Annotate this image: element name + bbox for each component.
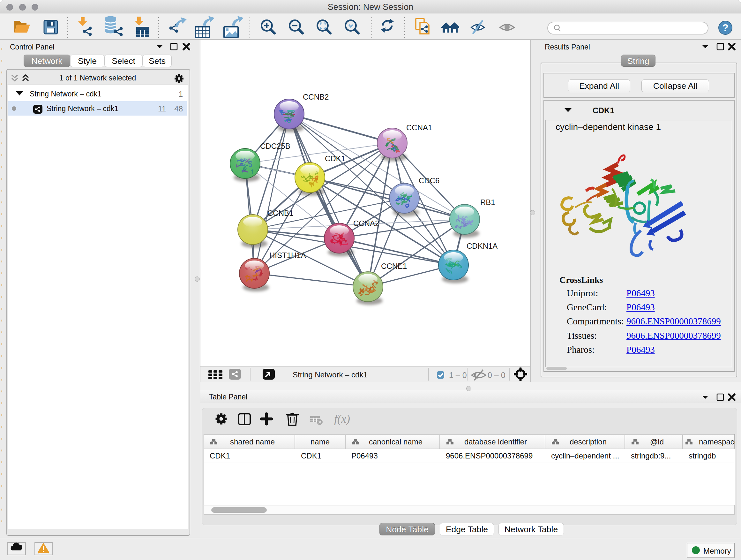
- svg-text:RB1: RB1: [480, 198, 495, 206]
- svg-text:?: ?: [722, 22, 729, 34]
- svg-text:CDC6: CDC6: [419, 176, 440, 185]
- svg-text:canonical name: canonical name: [369, 437, 422, 446]
- svg-text:database identifier: database identifier: [464, 437, 527, 446]
- svg-text:@id: @id: [650, 437, 664, 446]
- svg-text:CCNA1: CCNA1: [406, 123, 432, 132]
- svg-text:CDK1: CDK1: [325, 154, 345, 163]
- svg-text:CCNE1: CCNE1: [381, 262, 407, 270]
- svg-text:HIST1H1A: HIST1H1A: [269, 251, 306, 260]
- svg-text:namespace: namespace: [699, 437, 735, 446]
- svg-text:shared name: shared name: [230, 437, 275, 446]
- svg-text:CCNB2: CCNB2: [303, 92, 329, 101]
- svg-text:CCNA2: CCNA2: [353, 219, 379, 228]
- svg-text:description: description: [569, 437, 607, 446]
- svg-text:name: name: [311, 437, 330, 446]
- svg-text:f(x): f(x): [334, 413, 350, 425]
- svg-text:CCNB1: CCNB1: [267, 209, 293, 217]
- svg-text:CDKN1A: CDKN1A: [467, 242, 497, 250]
- svg-text:CDC25B: CDC25B: [260, 142, 290, 150]
